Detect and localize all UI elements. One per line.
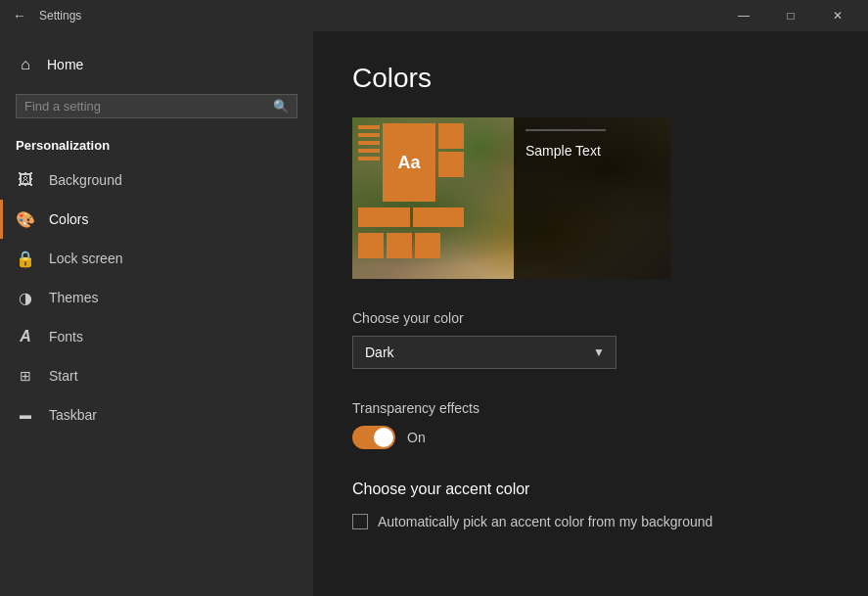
color-dropdown[interactable]: Dark Light Custom <box>352 336 617 369</box>
sidebar-item-start[interactable]: ⊞ Start <box>0 356 313 395</box>
start-label: Start <box>49 368 78 384</box>
preview-tile-wide-5 <box>415 233 440 258</box>
lock-screen-label: Lock screen <box>49 251 122 266</box>
preview-tile-wide-1 <box>358 207 410 227</box>
sidebar-item-background[interactable]: 🖼 Background <box>0 160 313 200</box>
preview-tile-sm-2 <box>438 152 464 177</box>
transparency-row: On <box>352 426 829 449</box>
fonts-icon: A <box>16 327 35 346</box>
preview-bar <box>525 129 606 131</box>
back-button[interactable]: ← <box>8 4 31 27</box>
color-dropdown-container: Dark Light Custom ▼ <box>352 336 617 369</box>
preview-line-tiles <box>358 123 380 202</box>
color-choice-label: Choose your color <box>352 310 829 326</box>
sidebar: Home 🔍 Personalization 🖼 Background 🎨 Co… <box>0 31 313 596</box>
content-area: Colors Aa <box>313 31 868 596</box>
lock-icon: 🔒 <box>16 249 35 268</box>
sample-text: Sample Text <box>525 143 659 159</box>
accent-title: Choose your accent color <box>352 481 829 498</box>
sidebar-item-themes[interactable]: ◑ Themes <box>0 278 313 317</box>
preview-tile-small-group <box>438 123 464 202</box>
search-icon: 🔍 <box>273 99 289 114</box>
minimize-button[interactable]: — <box>721 0 766 31</box>
maximize-button[interactable]: □ <box>768 0 813 31</box>
taskbar-label: Taskbar <box>49 407 97 423</box>
tile-line-4 <box>358 149 380 153</box>
main-layout: Home 🔍 Personalization 🖼 Background 🎨 Co… <box>0 31 868 596</box>
sidebar-item-lock-screen[interactable]: 🔒 Lock screen <box>0 239 313 278</box>
toggle-knob <box>374 428 393 447</box>
transparency-toggle[interactable] <box>352 426 395 449</box>
sidebar-item-home[interactable]: Home <box>0 47 313 82</box>
search-box[interactable]: 🔍 <box>16 94 297 118</box>
preview-tiles: Aa <box>352 117 470 279</box>
start-icon: ⊞ <box>16 366 35 386</box>
background-label: Background <box>49 172 122 188</box>
search-input[interactable] <box>24 99 273 114</box>
colors-icon: 🎨 <box>16 209 35 229</box>
sidebar-section-title: Personalization <box>0 130 313 160</box>
sidebar-item-colors[interactable]: 🎨 Colors <box>0 200 313 239</box>
home-icon <box>16 55 35 74</box>
close-button[interactable]: ✕ <box>815 0 860 31</box>
preview-right-panel: Sample Text <box>514 117 670 279</box>
taskbar-icon: ▬ <box>16 405 35 425</box>
home-label: Home <box>47 57 83 72</box>
tile-line-3 <box>358 141 380 145</box>
preview-tile-large: Aa <box>383 123 435 202</box>
color-preview-card: Aa <box>352 117 670 279</box>
auto-accent-checkbox[interactable] <box>352 514 368 529</box>
sidebar-item-taskbar[interactable]: ▬ Taskbar <box>0 395 313 435</box>
themes-icon: ◑ <box>16 288 35 307</box>
page-title: Colors <box>352 63 829 94</box>
tile-line-1 <box>358 125 380 129</box>
tile-line-5 <box>358 157 380 160</box>
themes-label: Themes <box>49 290 99 305</box>
colors-label: Colors <box>49 211 88 227</box>
app-title: Settings <box>39 9 81 23</box>
preview-tile-sm-1 <box>438 123 464 149</box>
preview-tile-wide-2 <box>413 207 465 227</box>
auto-accent-row: Automatically pick an accent color from … <box>352 514 829 529</box>
background-icon: 🖼 <box>16 170 35 190</box>
preview-tile-wide-3 <box>358 233 384 258</box>
transparency-section: Transparency effects On <box>352 400 829 449</box>
fonts-label: Fonts <box>49 329 83 344</box>
titlebar: ← Settings — □ ✕ <box>0 0 868 31</box>
transparency-label: Transparency effects <box>352 400 829 416</box>
preview-tile-wide-4 <box>387 233 412 258</box>
transparency-state: On <box>407 430 426 445</box>
sidebar-item-fonts[interactable]: A Fonts <box>0 317 313 356</box>
window-controls: — □ ✕ <box>721 0 860 31</box>
auto-accent-label: Automatically pick an accent color from … <box>378 514 712 529</box>
tile-line-2 <box>358 133 380 137</box>
